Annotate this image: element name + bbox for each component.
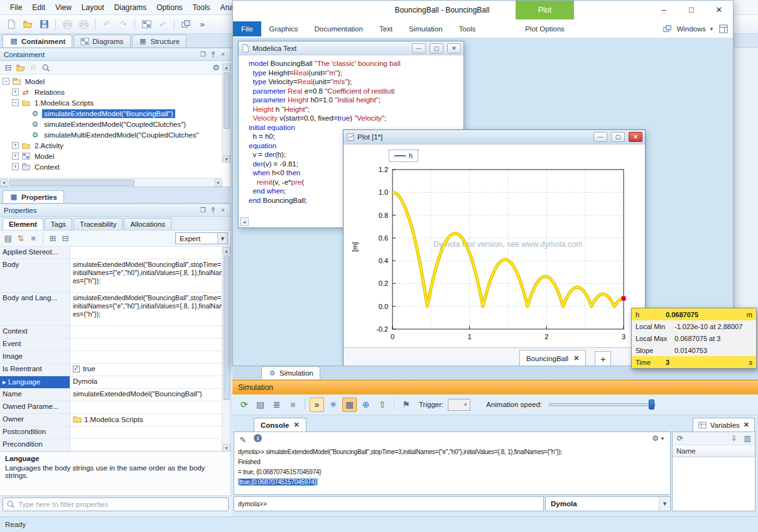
- pin-icon[interactable]: [208, 50, 218, 59]
- console-prompt-toggle[interactable]: »: [310, 398, 324, 412]
- scroll-left-icon[interactable]: ◂: [240, 217, 249, 226]
- export-result-icon[interactable]: ⇧: [375, 398, 389, 412]
- scroll-up-icon[interactable]: ▴: [223, 247, 230, 254]
- chevron-down-icon[interactable]: ▼: [217, 233, 227, 244]
- windows-menu[interactable]: Windows ▼: [662, 19, 714, 38]
- open-project-icon[interactable]: [22, 19, 33, 30]
- save-project-icon[interactable]: [36, 17, 51, 32]
- tree-item-label[interactable]: simulateMultiExtendedModel("CoupledClutc…: [42, 131, 201, 139]
- property-name[interactable]: Postcondition: [0, 426, 70, 438]
- tree-item[interactable]: −Model: [0, 76, 230, 87]
- open-log-icon[interactable]: ▤: [253, 398, 268, 412]
- menu-tools[interactable]: Tools: [188, 1, 215, 14]
- property-value[interactable]: [70, 339, 230, 350]
- tree-item-label[interactable]: Model: [33, 152, 56, 161]
- save-project-icon[interactable]: [38, 19, 50, 30]
- tree-item[interactable]: ⚙simulateExtendedModel("CoupledClutches"…: [0, 119, 230, 129]
- float-panel-icon[interactable]: ❐: [198, 205, 208, 215]
- property-name[interactable]: Body: [0, 259, 70, 292]
- refresh-console-icon[interactable]: ⟳: [237, 398, 251, 412]
- stop-icon[interactable]: ■: [286, 398, 300, 412]
- property-name[interactable]: Is Reentrant: [0, 364, 70, 376]
- tab-containment[interactable]: ▤Containment: [3, 35, 72, 47]
- ribbon-tab-text[interactable]: Text: [371, 21, 401, 36]
- property-value[interactable]: 1.Modelica Scripts: [70, 414, 230, 426]
- close-window-icon[interactable]: ✕: [705, 1, 733, 19]
- tree-item-label[interactable]: Context: [33, 163, 62, 171]
- property-row[interactable]: Event: [0, 339, 230, 351]
- toolbar-overflow-icon[interactable]: »: [197, 19, 208, 30]
- tree-item-label[interactable]: Relations: [33, 88, 67, 97]
- search-icon[interactable]: [40, 62, 51, 73]
- checkbox-checked-icon[interactable]: [73, 366, 80, 372]
- property-row[interactable]: Image: [0, 351, 230, 364]
- menu-view[interactable]: View: [50, 1, 77, 14]
- minimize-window-icon[interactable]: –: [650, 1, 678, 19]
- favorites-icon[interactable]: ☆: [28, 62, 39, 73]
- property-name[interactable]: Event: [0, 339, 70, 350]
- property-row[interactable]: Context: [0, 326, 230, 339]
- tab-allocations[interactable]: Allocations: [124, 218, 171, 230]
- scrollbar-thumb[interactable]: [224, 256, 230, 400]
- property-value[interactable]: [70, 326, 230, 338]
- vertical-scrollbar[interactable]: ▴ ▾: [222, 63, 230, 163]
- variables-name-header[interactable]: Name: [673, 445, 755, 457]
- undo-icon[interactable]: ↶: [99, 17, 114, 32]
- property-row[interactable]: Applied Stereot...: [0, 247, 230, 259]
- property-name[interactable]: Owner: [0, 414, 70, 426]
- menu-options[interactable]: Options: [151, 1, 187, 14]
- close-window-icon[interactable]: ✕: [629, 132, 642, 142]
- vertical-scrollbar[interactable]: ▴ ▾: [222, 247, 230, 452]
- animation-options-icon[interactable]: ✳: [326, 398, 340, 412]
- expand-expander-icon[interactable]: +: [12, 163, 19, 170]
- tree-item-label[interactable]: 1.Modelica Scripts: [33, 99, 95, 107]
- window-layout-icon[interactable]: [178, 17, 193, 32]
- ui-panes-toggle[interactable]: ▦: [342, 398, 357, 412]
- redo-icon[interactable]: ↷: [116, 17, 131, 32]
- close-window-icon[interactable]: ✕: [447, 43, 461, 53]
- ribbon-tab-file[interactable]: File: [233, 21, 261, 36]
- filter-properties-input[interactable]: [18, 501, 225, 508]
- gear-icon[interactable]: ⚙: [210, 62, 222, 73]
- tree-item[interactable]: +2.Activity: [0, 140, 230, 151]
- property-name[interactable]: Applied Stereot...: [0, 247, 70, 259]
- panel-layout-icon[interactable]: [718, 23, 729, 35]
- menu-diagrams[interactable]: Diagrams: [109, 1, 151, 14]
- tree-item[interactable]: +Context: [0, 161, 230, 172]
- property-name[interactable]: Body and Lang...: [0, 293, 70, 325]
- tree-item[interactable]: +Model: [0, 151, 230, 161]
- new-project-icon[interactable]: [4, 17, 19, 32]
- collapse-expander-icon[interactable]: −: [12, 99, 19, 106]
- print-preview-icon[interactable]: [78, 19, 89, 30]
- property-value[interactable]: simulateExtendedModel("BouncingBall",sto…: [70, 293, 230, 325]
- properties-mode-select[interactable]: Expert ▼: [175, 232, 228, 244]
- tab-console[interactable]: Console ✕: [254, 418, 306, 432]
- animation-speed-slider[interactable]: [549, 398, 656, 411]
- print-icon[interactable]: [62, 19, 73, 30]
- expand-expander-icon[interactable]: +: [12, 89, 19, 95]
- categories-icon[interactable]: ▤: [3, 233, 14, 244]
- close-panel-icon[interactable]: ×: [218, 50, 228, 59]
- select-in-containment-icon[interactable]: [139, 17, 154, 32]
- expand-expander-icon[interactable]: +: [12, 153, 19, 160]
- property-value[interactable]: Dymola: [70, 376, 230, 388]
- property-value[interactable]: simulateExtendedModel("BouncingBall"): [70, 389, 230, 401]
- modelica-text-titlebar[interactable]: Modelica Text — ▢ ✕: [239, 41, 463, 55]
- tree-item[interactable]: ⚙simulateMultiExtendedModel("CoupledClut…: [0, 129, 230, 140]
- tab-properties[interactable]: ▦ Properties: [3, 190, 64, 203]
- validate-icon[interactable]: ✔: [155, 17, 170, 32]
- slider-handle[interactable]: [649, 399, 654, 410]
- edit-icon[interactable]: ✎: [237, 434, 249, 445]
- tab-structure[interactable]: ▦Structure: [132, 35, 187, 47]
- console-input[interactable]: dymola>>: [234, 496, 544, 511]
- pin-icon[interactable]: [208, 205, 218, 215]
- tree-item-label[interactable]: simulateExtendedModel("CoupledClutches"): [42, 120, 188, 129]
- float-panel-icon[interactable]: ❐: [198, 50, 208, 59]
- property-row[interactable]: Owner1.Modelica Scripts: [0, 414, 230, 426]
- property-value[interactable]: [70, 426, 230, 438]
- property-name[interactable]: ▸ Language: [0, 376, 70, 388]
- close-tab-icon[interactable]: ✕: [744, 421, 749, 429]
- expand-expander-icon[interactable]: +: [12, 142, 19, 149]
- redo-icon[interactable]: ↷: [117, 19, 129, 30]
- dymola-titlebar[interactable]: BouncingBall - BouncingBall Plot – □ ✕: [233, 1, 733, 19]
